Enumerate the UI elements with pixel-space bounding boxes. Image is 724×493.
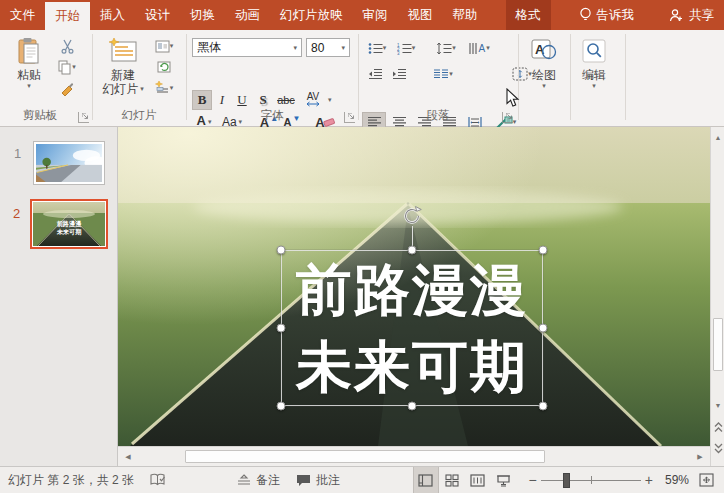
zoom-slider-handle[interactable] [563, 473, 570, 488]
editing-button[interactable]: 编辑 ▾ [574, 36, 614, 90]
fit-to-window-icon [699, 473, 714, 487]
next-slide-button[interactable] [712, 440, 724, 456]
text-direction-button[interactable]: A ▾ [462, 38, 496, 58]
font-size-combobox[interactable]: 80 ▾ [306, 38, 350, 57]
horizontal-scrollbar-thumb[interactable] [185, 450, 545, 463]
ribbon-tab-bar: 文件 开始 插入 设计 切换 动画 幻灯片放映 审阅 视图 帮助 格式 告诉我 … [0, 0, 724, 30]
section-button[interactable]: ▾ [148, 78, 180, 98]
tab-insert[interactable]: 插入 [90, 0, 135, 30]
drawing-icon: A [531, 36, 557, 66]
slide-canvas[interactable]: 前路漫漫 未来可期 [118, 127, 710, 446]
slide-sorter-icon [445, 474, 459, 487]
reset-slide-button[interactable] [148, 57, 180, 77]
strikethrough-button[interactable]: abc [274, 90, 298, 110]
bullets-button[interactable]: ▾ [364, 38, 390, 58]
resize-handle-left[interactable] [277, 324, 286, 333]
increase-indent-button[interactable] [388, 64, 410, 84]
scroll-up-button[interactable]: ▲ [712, 130, 724, 144]
new-slide-label-line2: 幻灯片 [102, 82, 138, 96]
columns-icon [433, 68, 449, 80]
line-spacing-button[interactable]: ▾ [432, 38, 460, 58]
comments-button[interactable]: 批注 [288, 467, 348, 493]
new-slide-button[interactable]: 新建 幻灯片 ▾ [100, 36, 146, 96]
numbered-list-icon: 123 [397, 42, 412, 55]
paragraph-dialog-launcher[interactable] [502, 112, 513, 123]
zoom-slider[interactable] [541, 467, 641, 493]
shadow-glyph: S [259, 92, 266, 108]
reading-view-button[interactable] [465, 467, 491, 493]
increase-indent-icon [392, 68, 407, 80]
slide-sorter-view-button[interactable] [439, 467, 465, 493]
tab-transitions[interactable]: 切换 [180, 0, 225, 30]
previous-slide-button[interactable] [712, 419, 724, 435]
rotation-handle[interactable] [401, 205, 423, 227]
textbox-selection-border[interactable] [281, 250, 543, 406]
slide-2-thumbnail-selected[interactable]: 前路漫漫 未来可期 [30, 199, 108, 249]
resize-handle-bottom-right[interactable] [539, 402, 548, 411]
normal-view-button[interactable] [413, 467, 439, 493]
format-painter-button[interactable] [52, 78, 82, 98]
notes-label: 备注 [256, 472, 280, 489]
scroll-left-button[interactable]: ◀ [121, 449, 135, 464]
zoom-out-button[interactable]: − [517, 467, 541, 493]
vertical-scrollbar[interactable]: ▲ ▼ [710, 127, 724, 466]
slide-counter[interactable]: 幻灯片 第 2 张，共 2 张 [0, 467, 142, 493]
fit-slide-to-window-button[interactable] [695, 467, 724, 493]
slide-1-thumbnail[interactable] [33, 141, 105, 185]
tab-design[interactable]: 设计 [135, 0, 180, 30]
svg-text:3: 3 [397, 51, 400, 55]
dropdown-arrow-icon: ▾ [486, 44, 490, 52]
strikethrough-glyph: abc [277, 94, 295, 106]
resize-handle-top[interactable] [408, 246, 417, 255]
slide-layout-button[interactable]: ▾ [148, 36, 180, 56]
tab-format[interactable]: 格式 [506, 0, 551, 30]
lightbulb-icon [579, 7, 592, 23]
tab-home[interactable]: 开始 [45, 2, 90, 30]
text-shadow-button[interactable]: S [253, 90, 273, 110]
tab-view[interactable]: 视图 [398, 0, 443, 30]
clipboard-dialog-launcher[interactable] [78, 112, 89, 123]
scroll-down-button[interactable]: ▼ [712, 398, 724, 412]
svg-text:A: A [479, 43, 486, 54]
zoom-in-button[interactable]: + [641, 467, 659, 493]
font-dialog-launcher[interactable] [344, 112, 355, 123]
dropdown-arrow-icon: ▾ [170, 42, 174, 50]
slide-1-thumbnail-image [36, 144, 102, 182]
resize-handle-top-right[interactable] [539, 246, 548, 255]
resize-handle-bottom[interactable] [408, 402, 417, 411]
share-button[interactable]: 共享 [659, 0, 724, 30]
font-name-combobox[interactable]: 黑体 ▾ [192, 38, 302, 57]
drawing-button[interactable]: A 绘图 ▾ [524, 36, 564, 90]
resize-handle-right[interactable] [539, 324, 548, 333]
tab-help[interactable]: 帮助 [443, 0, 488, 30]
tab-slideshow[interactable]: 幻灯片放映 [270, 0, 353, 30]
cut-button[interactable] [52, 36, 82, 56]
numbering-button[interactable]: 123 ▾ [392, 38, 420, 58]
horizontal-scrollbar[interactable]: ◀ ▶ [118, 446, 710, 466]
zoom-slider-center-tick [591, 476, 592, 484]
tell-me-control[interactable]: 告诉我 [569, 0, 645, 30]
underline-button[interactable]: U [232, 90, 252, 110]
notes-button[interactable]: 备注 [229, 467, 288, 493]
bold-button[interactable]: B [192, 90, 212, 110]
tab-file[interactable]: 文件 [0, 0, 45, 30]
tab-animations[interactable]: 动画 [225, 0, 270, 30]
resize-handle-top-left[interactable] [277, 246, 286, 255]
tab-review[interactable]: 审阅 [353, 0, 398, 30]
paste-button[interactable]: 粘贴 ▾ [8, 36, 50, 90]
zoom-level-indicator[interactable]: 59% [659, 467, 695, 493]
vertical-scrollbar-thumb[interactable] [713, 318, 723, 371]
font-name-value: 黑体 [197, 39, 221, 56]
character-spacing-button[interactable]: AV [299, 90, 327, 110]
spell-check-button[interactable] [142, 467, 174, 493]
italic-button[interactable]: I [213, 90, 231, 110]
copy-button[interactable]: ▾ [52, 57, 82, 77]
resize-handle-bottom-left[interactable] [277, 402, 286, 411]
slideshow-view-button[interactable] [491, 467, 517, 493]
dropdown-arrow-icon: ▾ [542, 82, 546, 90]
scroll-right-button[interactable]: ▶ [693, 449, 707, 464]
decrease-indent-button[interactable] [364, 64, 386, 84]
ribbon: 粘贴 ▾ ▾ 剪贴板 新建 幻灯片 ▾ [0, 30, 724, 127]
columns-button[interactable]: ▾ [428, 64, 458, 84]
editing-label: 编辑 [582, 68, 606, 82]
